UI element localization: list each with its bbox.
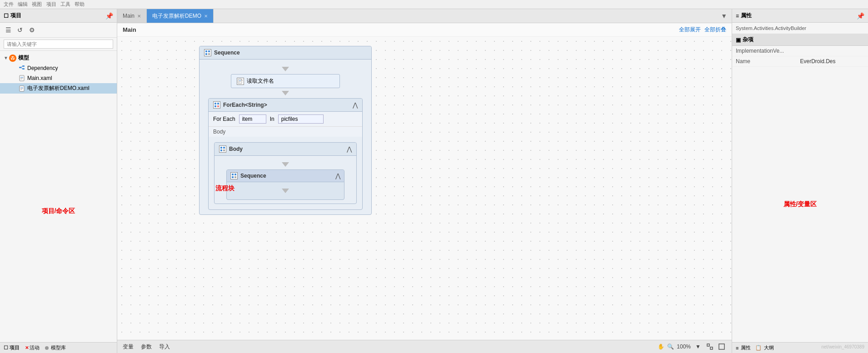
svg-rect-20 xyxy=(208,53,210,55)
variable-btn[interactable]: 变量 xyxy=(123,343,134,351)
search-input[interactable] xyxy=(4,40,113,49)
foreach-label: For Each xyxy=(213,116,235,122)
bottom-tab-activity[interactable]: ✕ 活动 xyxy=(25,344,40,351)
import-btn[interactable]: 导入 xyxy=(159,343,170,351)
arrow-4 xyxy=(282,189,289,193)
tree-main-xaml[interactable]: Main.xaml xyxy=(0,73,117,83)
tab-main-close[interactable]: ✕ xyxy=(137,14,141,19)
inner-seq-inner xyxy=(227,182,344,199)
tab-demo[interactable]: 电子发票解析DEMO ✕ xyxy=(147,9,214,23)
right-tab-outline[interactable]: 📋 大纲 xyxy=(755,344,774,351)
svg-rect-39 xyxy=(719,344,724,349)
tree-dependency[interactable]: Dependency xyxy=(0,63,117,73)
svg-rect-26 xyxy=(217,103,219,104)
center-panel: Main ✕ 电子发票解析DEMO ✕ ▼ Main 全部展开 全部折叠 流程块 xyxy=(117,9,732,353)
right-tab-properties-label: 属性 xyxy=(741,344,751,351)
svg-line-7 xyxy=(21,66,22,68)
svg-rect-36 xyxy=(234,176,236,178)
read-file-activity[interactable]: 读取文件名 xyxy=(231,74,340,88)
expand-all-btn[interactable]: 全部展开 xyxy=(679,26,701,34)
svg-line-8 xyxy=(21,68,22,69)
hand-icon[interactable]: ✋ xyxy=(658,343,664,350)
canvas-area[interactable]: 流程块 Sequence 读取 xyxy=(117,37,732,340)
foreach-item-input[interactable] xyxy=(239,114,266,124)
bottom-tab-activity-close: ✕ xyxy=(25,345,29,350)
foreach-header[interactable]: ForEach<String> ⋀ xyxy=(209,99,362,112)
svg-rect-38 xyxy=(710,347,713,349)
svg-rect-31 xyxy=(220,149,222,151)
workflow-header: Main 全部展开 全部折叠 xyxy=(117,23,732,37)
svg-rect-18 xyxy=(208,50,210,52)
sequence-header[interactable]: Sequence xyxy=(200,46,371,60)
bottom-tab-project-label: ☐ 项目 xyxy=(4,344,20,351)
read-file-label: 读取文件名 xyxy=(247,77,274,85)
left-region-label: 项目/命令区 xyxy=(42,207,75,215)
project-icon: ☐ xyxy=(4,13,9,19)
inner-seq-icon xyxy=(230,172,238,179)
main-xaml-label: Main.xaml xyxy=(27,75,52,81)
svg-rect-30 xyxy=(223,147,225,149)
sequence-title: Sequence xyxy=(214,50,240,56)
settings-icon[interactable]: ⚙ xyxy=(27,25,36,35)
foreach-header-left: ForEach<String> xyxy=(213,101,267,109)
pin-icon[interactable]: 📌 xyxy=(105,12,113,20)
foreach-in-label: In xyxy=(270,116,274,122)
foreach-body-label: Body xyxy=(209,127,362,137)
foreach-collection-input[interactable] xyxy=(278,114,324,124)
sequence-icon xyxy=(204,49,211,56)
argument-btn[interactable]: 参数 xyxy=(141,343,152,351)
bottom-tab-project[interactable]: ☐ 项目 xyxy=(4,344,20,351)
dependency-label: Dependency xyxy=(27,65,58,71)
hamburger-icon[interactable]: ☰ xyxy=(4,25,13,35)
zoom-level: 100% xyxy=(677,343,691,350)
zoom-dropdown[interactable]: ▼ xyxy=(693,342,703,351)
zoom-icon[interactable]: 🔍 xyxy=(667,343,674,350)
search-box[interactable] xyxy=(0,38,117,51)
tab-main[interactable]: Main ✕ xyxy=(117,9,147,23)
left-panel-title-group: ☐ 项目 xyxy=(4,12,21,20)
prop-group-misc[interactable]: ▣ 杂项 xyxy=(732,34,868,46)
body-collapse-btn[interactable]: ⋀ xyxy=(347,145,352,153)
model-icon xyxy=(9,55,16,62)
model-label: 模型 xyxy=(18,54,29,62)
right-tab-outline-icon: 📋 xyxy=(755,345,762,351)
prop-row-impl: ImplementationVe... xyxy=(732,46,868,56)
prop-name-label: Name xyxy=(736,58,800,65)
system-text: System.Activities.ActivityBuilder xyxy=(732,23,868,34)
bottom-tab-modellib-label: 模型库 xyxy=(51,344,66,351)
arrow-3 xyxy=(282,162,289,167)
properties-icon: ≡ xyxy=(736,13,739,19)
tree-demo-xaml[interactable]: 电子发票解析DEMO.xaml xyxy=(0,83,117,94)
model-header[interactable]: ▼ 模型 xyxy=(0,53,117,63)
fit-page-btn[interactable] xyxy=(705,342,714,351)
svg-rect-34 xyxy=(234,174,236,175)
tab-demo-label: 电子发票解析DEMO xyxy=(152,12,201,20)
inner-sequence-header[interactable]: Sequence ⋀ xyxy=(227,170,344,182)
right-pin-icon[interactable]: 📌 xyxy=(857,12,864,20)
foreach-collapse-btn[interactable]: ⋀ xyxy=(353,101,358,109)
collapse-all-btn[interactable]: 全部折叠 xyxy=(704,26,726,34)
right-bottom-bar: ≡ 属性 📋 大纲 net/weixin_46970389 xyxy=(732,342,868,353)
bottom-tab-activity-label: 活动 xyxy=(30,344,40,351)
right-tab-properties[interactable]: ≡ 属性 xyxy=(736,344,751,351)
main-sequence-container: Sequence 读取文件名 xyxy=(199,46,372,215)
svg-rect-37 xyxy=(707,344,709,346)
tab-dropdown[interactable]: ▼ xyxy=(716,12,732,20)
refresh-icon[interactable]: ↺ xyxy=(15,25,25,35)
tab-demo-close[interactable]: ✕ xyxy=(204,14,208,19)
foreach-container: ForEach<String> ⋀ For Each In Body xyxy=(208,98,363,210)
main-xaml-icon xyxy=(18,75,25,82)
demo-xaml-label: 电子发票解析DEMO.xaml xyxy=(27,85,90,92)
workflow-actions: 全部展开 全部折叠 xyxy=(679,26,726,34)
bottom-tab-modellib[interactable]: 模型库 xyxy=(45,344,66,351)
foreach-params: For Each In xyxy=(209,112,362,127)
arrow-1 xyxy=(282,67,289,71)
right-scroll-area: System.Activities.ActivityBuilder ▣ 杂项 I… xyxy=(732,23,868,342)
body-title: Body xyxy=(229,146,243,152)
fullscreen-btn[interactable] xyxy=(717,342,726,351)
foreach-title: ForEach<String> xyxy=(223,102,267,108)
body-header[interactable]: Body ⋀ xyxy=(215,143,356,156)
inner-seq-collapse-btn[interactable]: ⋀ xyxy=(335,172,340,179)
svg-rect-35 xyxy=(232,176,234,178)
svg-rect-29 xyxy=(220,147,222,149)
